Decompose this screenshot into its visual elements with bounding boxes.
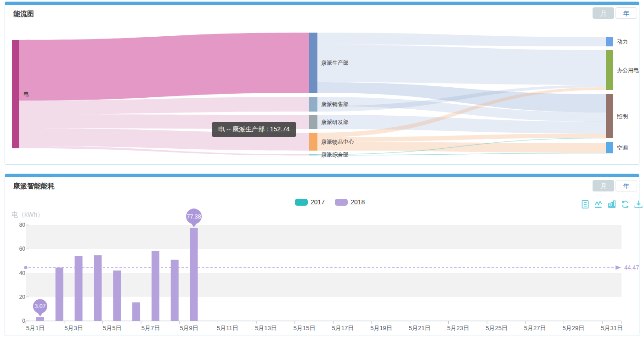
x-axis-tick-label: 5月27日 — [524, 325, 546, 331]
sankey-node-label: 康派研发部 — [321, 119, 349, 125]
y-axis-tick-label: 80 — [19, 222, 26, 228]
sankey-node-label: 康派综合部 — [321, 152, 349, 158]
bar-2018[interactable] — [152, 251, 159, 321]
x-axis-tick-label: 5月29日 — [563, 325, 585, 331]
bar-2018[interactable] — [56, 268, 63, 321]
x-axis-tick-label: 5月19日 — [370, 325, 392, 331]
bar-chart[interactable]: 0204060805月1日5月3日5月5日5月7日5月9日5月11日5月13日5… — [5, 174, 639, 337]
sankey-node[interactable] — [606, 37, 613, 46]
sankey-link[interactable] — [317, 142, 606, 153]
y-axis-tick-label: 0 — [22, 318, 25, 324]
x-axis-tick-label: 5月11日 — [217, 325, 238, 331]
x-axis-tick-label: 5月5日 — [103, 325, 121, 331]
energy-flow-panel: 能流图 月 年 电康派生产部康派销售部康派研发部康派物品中心康派综合部动力办公用… — [5, 1, 639, 165]
sankey-node[interactable] — [309, 115, 317, 129]
sankey-node-label: 电 — [23, 91, 29, 97]
x-axis-tick-label: 5月3日 — [64, 325, 83, 331]
x-axis-tick-label: 5月31日 — [601, 325, 623, 331]
sankey-node-label: 动力 — [617, 39, 628, 45]
sankey-node[interactable] — [309, 133, 317, 151]
bar-2018[interactable] — [75, 256, 83, 321]
x-axis-tick-label: 5月13日 — [255, 325, 277, 331]
min-marker-pin: 3.07 — [33, 299, 47, 316]
sankey-node-label: 康派销售部 — [321, 101, 349, 107]
sankey-link[interactable] — [317, 33, 606, 46]
sankey-link[interactable] — [19, 33, 309, 101]
average-line-label: 44.47 — [624, 264, 639, 271]
x-axis-tick-label: 5月25日 — [486, 325, 508, 331]
bar-2018[interactable] — [171, 260, 179, 321]
sankey-node[interactable] — [309, 154, 317, 156]
x-axis-tick-label: 5月17日 — [332, 325, 354, 331]
sankey-node-label: 照明 — [617, 113, 628, 119]
y-axis-tick-label: 60 — [19, 246, 26, 252]
bar-2018[interactable] — [113, 270, 121, 321]
sankey-diagram[interactable]: 电康派生产部康派销售部康派研发部康派物品中心康派综合部动力办公用电照明空调 — [5, 2, 639, 164]
energy-consumption-panel: 康派智能能耗 月 年 2017 2018 电（kWh） 0204060805月1… — [5, 174, 639, 336]
sankey-node-label: 康派生产部 — [321, 60, 349, 66]
split-area-band — [26, 225, 621, 249]
sankey-link[interactable] — [317, 45, 606, 85]
x-axis-tick-label: 5月9日 — [180, 325, 198, 331]
bar-2018[interactable] — [94, 255, 102, 321]
sankey-node[interactable] — [309, 97, 317, 112]
sankey-node[interactable] — [606, 142, 613, 153]
svg-text:77.38: 77.38 — [186, 213, 201, 220]
svg-text:3.07: 3.07 — [34, 303, 45, 309]
sankey-node[interactable] — [606, 94, 613, 138]
sankey-node-label: 康派物品中心 — [321, 139, 354, 145]
sankey-tooltip: 电 -- 康派生产部 : 152.74 — [212, 122, 296, 137]
sankey-node[interactable] — [606, 50, 613, 90]
x-axis-tick-label: 5月23日 — [447, 325, 469, 331]
max-marker-pin: 77.38 — [186, 208, 202, 227]
bar-2018[interactable] — [36, 317, 44, 321]
bar-2018[interactable] — [190, 228, 198, 321]
sankey-node[interactable] — [12, 40, 19, 148]
x-axis-tick-label: 5月1日 — [26, 325, 45, 331]
sankey-node[interactable] — [309, 33, 317, 93]
x-axis-tick-label: 5月15日 — [294, 325, 316, 331]
y-axis-tick-label: 20 — [19, 294, 26, 300]
sankey-node-label: 办公用电 — [617, 67, 639, 73]
x-axis-tick-label: 5月21日 — [409, 325, 431, 331]
sankey-node-label: 空调 — [617, 145, 628, 151]
y-axis-tick-label: 40 — [19, 270, 26, 276]
x-axis-tick-label: 5月7日 — [141, 325, 160, 331]
bar-2018[interactable] — [132, 303, 140, 321]
